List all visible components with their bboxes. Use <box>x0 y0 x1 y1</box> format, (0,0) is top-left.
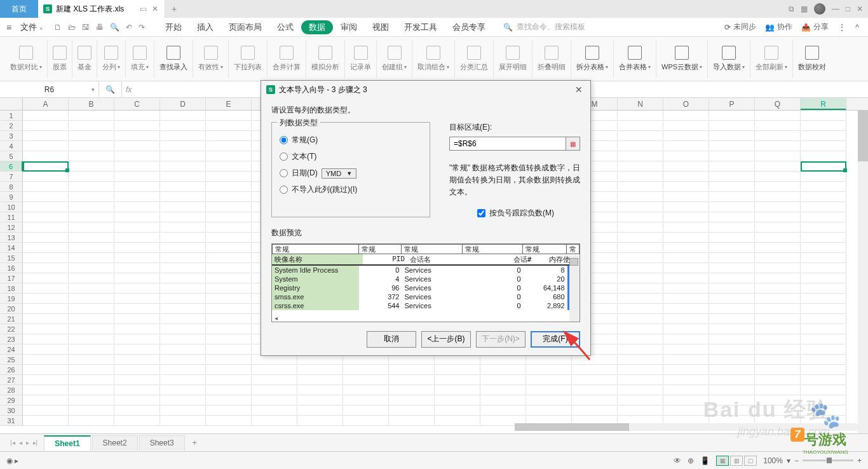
rowhead-22[interactable]: 22 <box>0 324 23 334</box>
rowhead-20[interactable]: 20 <box>0 304 23 314</box>
qat-print-icon[interactable]: 🖶 <box>96 23 104 32</box>
ribbon-导入数据[interactable]: 导入数据▾ <box>708 40 750 78</box>
sheet-nav-last-icon[interactable]: ▸| <box>33 439 38 446</box>
sync-button[interactable]: ⟳ 未同步 <box>724 22 756 32</box>
view-page-icon[interactable]: ▥ <box>730 456 743 466</box>
sheet-nav-next-icon[interactable]: ▸ <box>26 439 29 446</box>
rowhead-8[interactable]: 8 <box>0 182 23 192</box>
tab-数据[interactable]: 数据 <box>301 20 333 34</box>
date-format-dropdown[interactable]: YMD ▼ <box>322 168 356 179</box>
tab-开始[interactable]: 开始 <box>158 18 189 37</box>
coop-button[interactable]: 👥 协作 <box>765 22 792 32</box>
tab-页面布局[interactable]: 页面布局 <box>221 18 269 37</box>
tab-开发工具[interactable]: 开发工具 <box>397 18 445 37</box>
rowhead-15[interactable]: 15 <box>0 253 23 263</box>
ribbon-全部刷新[interactable]: 全部刷新▾ <box>750 40 793 78</box>
focus-icon[interactable]: ⊕ <box>688 456 694 465</box>
colhead-C[interactable]: C <box>114 98 160 110</box>
maximize-icon[interactable]: □ <box>846 4 850 13</box>
colhead-E[interactable]: E <box>206 98 252 110</box>
qat-open-icon[interactable]: 🗁 <box>68 23 76 32</box>
colhead-B[interactable]: B <box>69 98 114 110</box>
rowhead-2[interactable]: 2 <box>0 121 23 131</box>
rowhead-17[interactable]: 17 <box>0 273 23 283</box>
view-normal-icon[interactable]: ▦ <box>716 456 729 466</box>
rowhead-10[interactable]: 10 <box>0 202 23 212</box>
ribbon-拆分表格[interactable]: 拆分表格▾ <box>571 40 614 78</box>
close-icon[interactable]: ✕ <box>857 4 863 13</box>
home-tab[interactable]: 首页 <box>0 0 38 18</box>
radio-text[interactable]: 文本(T) <box>280 151 422 162</box>
rowhead-26[interactable]: 26 <box>0 365 23 375</box>
rowhead-30[interactable]: 30 <box>0 405 23 416</box>
ribbon-填充[interactable]: 填充▾ <box>126 40 154 78</box>
add-sheet-button[interactable]: + <box>186 436 203 450</box>
ribbon-合并表格[interactable]: 合并表格▾ <box>614 40 656 78</box>
qat-undo-icon[interactable]: ↶ <box>126 23 132 32</box>
negative-tracking-checkbox[interactable]: 按负号跟踪负数(M) <box>449 208 580 219</box>
ribbon-数据对比[interactable]: 数据对比▾ <box>5 40 48 78</box>
tab-公式[interactable]: 公式 <box>269 18 301 37</box>
avatar[interactable] <box>814 3 825 15</box>
colhead-O[interactable]: O <box>663 98 709 110</box>
vertical-scrollbar[interactable] <box>858 111 868 433</box>
view-break-icon[interactable]: ▢ <box>744 456 757 466</box>
name-box[interactable]: R6▾ <box>0 81 99 97</box>
tab-preview-icon[interactable]: ▭ <box>140 4 147 13</box>
rowhead-1[interactable]: 1 <box>0 111 23 121</box>
eye-icon[interactable]: 👁 <box>674 456 681 465</box>
ribbon-基金[interactable]: 基金 <box>72 40 97 78</box>
sheet-tab-Sheet2[interactable]: Sheet2 <box>92 435 138 451</box>
qat-save-icon[interactable]: 🖫 <box>82 23 90 32</box>
colhead-P[interactable]: P <box>709 98 755 110</box>
rowhead-14[interactable]: 14 <box>0 243 23 253</box>
ribbon-WPS云数据[interactable]: WPS云数据▾ <box>656 40 708 78</box>
horizontal-scrollbar[interactable] <box>515 423 858 431</box>
rowhead-11[interactable]: 11 <box>0 212 23 222</box>
colhead-N[interactable]: N <box>618 98 663 110</box>
rowhead-25[interactable]: 25 <box>0 355 23 365</box>
rowhead-29[interactable]: 29 <box>0 395 23 405</box>
rowhead-13[interactable]: 13 <box>0 233 23 243</box>
ribbon-数据校对[interactable]: 数据校对 <box>793 40 831 78</box>
sheet-tab-Sheet3[interactable]: Sheet3 <box>139 435 185 451</box>
ribbon-创建组[interactable]: 创建组▾ <box>377 40 412 78</box>
layout-toggle-icon[interactable]: ⧉ <box>789 4 794 13</box>
ribbon-分列[interactable]: 分列▾ <box>97 40 126 78</box>
ribbon-分类汇总[interactable]: 分类汇总 <box>455 40 494 78</box>
qat-new-icon[interactable]: 🗋 <box>54 23 62 32</box>
record-icon[interactable]: ◉ ▸ <box>6 456 18 465</box>
tab-审阅[interactable]: 审阅 <box>333 18 365 37</box>
rowhead-7[interactable]: 7 <box>0 172 23 182</box>
rowhead-9[interactable]: 9 <box>0 192 23 202</box>
phone-icon[interactable]: 📱 <box>700 456 710 465</box>
file-menu[interactable]: 文件 v <box>17 22 46 33</box>
minimize-icon[interactable]: — <box>832 4 839 13</box>
collapse-ribbon-icon[interactable]: ^ <box>855 23 859 32</box>
command-search[interactable]: 🔍 查找命令、搜索模板 <box>503 22 585 32</box>
rowhead-23[interactable]: 23 <box>0 334 23 344</box>
colhead-D[interactable]: D <box>160 98 206 110</box>
ribbon-折叠明细[interactable]: 折叠明细 <box>532 40 571 78</box>
sheet-nav-first-icon[interactable]: |◂ <box>10 439 15 446</box>
rowhead-16[interactable]: 16 <box>0 263 23 273</box>
target-range-input[interactable]: ▦ <box>449 137 580 151</box>
ribbon-股票[interactable]: 股票 <box>48 40 72 78</box>
rowhead-19[interactable]: 19 <box>0 294 23 304</box>
add-tab-button[interactable]: + <box>165 4 183 14</box>
qat-redo-icon[interactable]: ↷ <box>139 23 145 32</box>
ribbon-记录单[interactable]: 记录单 <box>345 40 377 78</box>
rowhead-18[interactable]: 18 <box>0 283 23 294</box>
ribbon-合并计算[interactable]: 合并计算 <box>268 40 306 78</box>
tab-close-icon[interactable]: ✕ <box>152 4 158 13</box>
sheet-nav-prev-icon[interactable]: ◂ <box>19 439 22 446</box>
rowhead-21[interactable]: 21 <box>0 314 23 324</box>
rowhead-6[interactable]: 6 <box>0 161 23 172</box>
tab-会员专享[interactable]: 会员专享 <box>445 18 493 37</box>
rowhead-3[interactable]: 3 <box>0 131 23 141</box>
share-button[interactable]: 📤 分享 <box>801 22 829 32</box>
rowhead-24[interactable]: 24 <box>0 344 23 355</box>
dialog-close-icon[interactable]: ✕ <box>573 85 585 95</box>
hamburger-icon[interactable]: ≡ <box>6 22 11 32</box>
tab-插入[interactable]: 插入 <box>189 18 221 37</box>
